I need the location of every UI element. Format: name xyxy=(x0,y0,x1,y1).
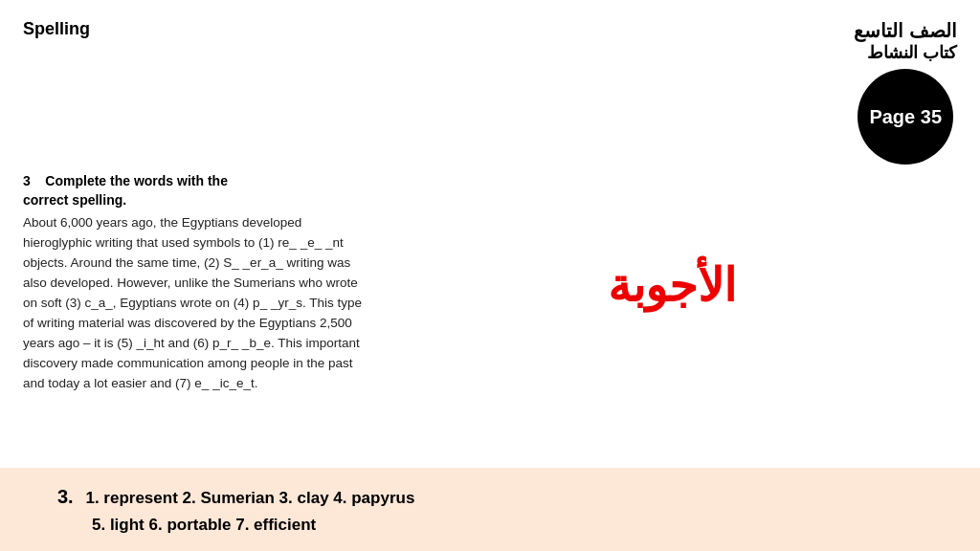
page-circle: Page 35 xyxy=(858,69,953,165)
question-number: 3 Complete the words with the correct sp… xyxy=(23,172,368,209)
main-content: 3 Complete the words with the correct sp… xyxy=(23,172,957,393)
arabic-header: الصف التاسع كتاب النشاط xyxy=(854,19,957,63)
answer-box: 3. 1. represent 2. Sumerian 3. clay 4. p… xyxy=(0,468,980,551)
spelling-title: Spelling xyxy=(23,19,90,39)
left-section: 3 Complete the words with the correct sp… xyxy=(23,172,368,393)
answer-line-2: 5. light 6. portable 7. efficient xyxy=(57,512,957,538)
top-right-section: الصف التاسع كتاب النشاط Page 35 xyxy=(854,19,957,165)
answer-line-1: 3. 1. represent 2. Sumerian 3. clay 4. p… xyxy=(57,481,957,512)
page-container: Spelling الصف التاسع كتاب النشاط Page 35… xyxy=(0,0,980,551)
header: Spelling الصف التاسع كتاب النشاط Page 35 xyxy=(23,19,957,165)
answers-label: الأجوبة xyxy=(608,258,736,312)
question-instruction-inline: Complete the words with the correct spel… xyxy=(23,173,228,208)
passage-text: About 6,000 years ago, the Egyptians dev… xyxy=(23,213,368,393)
right-section: الأجوبة xyxy=(368,172,957,393)
